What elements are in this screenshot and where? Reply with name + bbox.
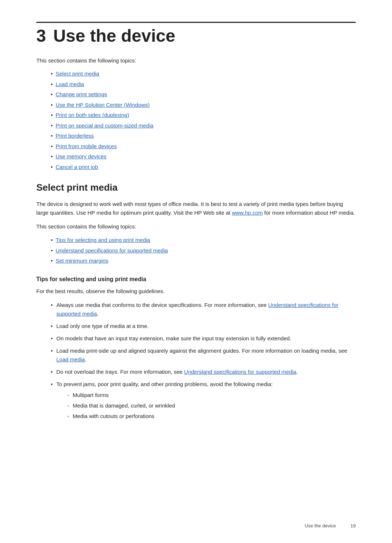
toc-item: Print from mobile devices [51, 142, 356, 151]
toc-item: Tips for selecting and using print media [51, 236, 356, 244]
sub-bullet-list: Multipart forms Media that is damaged, c… [67, 391, 273, 421]
tips-heading: Tips for selecting and using print media [36, 276, 356, 283]
understand-specs-link-2[interactable]: Understand specifications for supported … [184, 369, 296, 375]
toc-link-mobile-devices[interactable]: Print from mobile devices [56, 142, 117, 151]
toc-link-cancel-print-job[interactable]: Cancel a print job [56, 163, 98, 171]
toc-link-set-margins[interactable]: Set minimum margins [56, 257, 108, 265]
toc-link-hp-solution-center[interactable]: Use the HP Solution Center (Windows) [56, 101, 150, 109]
toc-item: Load media [51, 80, 356, 89]
toc-link-duplexing[interactable]: Print on both sides (duplexing) [56, 111, 129, 119]
list-item: To prevent jams, poor print quality, and… [51, 380, 356, 422]
toc-item: Understand specifications for supported … [51, 247, 356, 255]
list-item-text: Load media print-side up and aligned squ… [56, 347, 356, 364]
chapter-title-text: Use the device [53, 26, 175, 45]
toc-item: Use the HP Solution Center (Windows) [51, 101, 356, 109]
chapter-number: 3 [36, 26, 46, 45]
toc-item: Use memory devices [51, 153, 356, 161]
list-item: On models that have an input tray extens… [51, 334, 356, 343]
toc-item: Cancel a print job [51, 163, 356, 171]
chapter-toc-list: Select print media Load media Change pri… [51, 70, 356, 171]
chapter-title: 3Use the device [36, 27, 356, 46]
list-item-text: Do not overload the trays. For more info… [56, 368, 298, 376]
list-item-text: On models that have an input tray extens… [56, 334, 291, 343]
toc-link-special-media[interactable]: Print on special and custom-sized media [56, 122, 153, 130]
select-print-media-body2: This section contains the following topi… [36, 222, 356, 231]
list-item: Load media print-side up and aligned squ… [51, 347, 356, 364]
page-footer: Use the device 19 [305, 523, 356, 528]
understand-specs-link-1[interactable]: Understand specifications for supported … [56, 302, 338, 317]
sub-list-item-text: Media that is damaged, curled, or wrinkl… [73, 401, 175, 410]
chapter-intro: This section contains the following topi… [36, 57, 356, 65]
toc-item: Print on both sides (duplexing) [51, 111, 356, 119]
list-item: Do not overload the trays. For more info… [51, 368, 356, 376]
chapter-header: 3Use the device [36, 22, 356, 46]
toc-item: Print on special and custom-sized media [51, 122, 356, 130]
sub-list-item-text: Media with cutouts or perforations [73, 412, 154, 421]
toc-item: Set minimum margins [51, 257, 356, 265]
toc-link-understand-specs[interactable]: Understand specifications for supported … [56, 247, 168, 255]
list-item-text: Always use media that conforms to the de… [56, 301, 356, 318]
toc-link-change-print-settings[interactable]: Change print settings [56, 90, 107, 99]
toc-link-load-media[interactable]: Load media [56, 80, 84, 89]
toc-item: Change print settings [51, 90, 356, 99]
toc-link-memory-devices[interactable]: Use memory devices [56, 153, 106, 161]
select-print-media-heading: Select print media [36, 182, 356, 193]
tips-bullet-list: Always use media that conforms to the de… [51, 301, 356, 422]
hp-website-link[interactable]: www.hp.com [232, 210, 263, 216]
toc-link-print-borderless[interactable]: Print borderless [56, 132, 94, 140]
list-item-text: Load only one type of media at a time. [56, 322, 148, 331]
toc-link-select-print-media[interactable]: Select print media [56, 70, 99, 78]
list-item-text: To prevent jams, poor print quality, and… [56, 380, 273, 422]
footer-page: 19 [351, 523, 356, 528]
sub-list-item: Media that is damaged, curled, or wrinkl… [67, 401, 273, 410]
list-item: Always use media that conforms to the de… [51, 301, 356, 318]
toc-item: Select print media [51, 70, 356, 78]
tips-intro: For the best results, observe the follow… [36, 287, 356, 296]
sub-list-item: Media with cutouts or perforations [67, 412, 273, 421]
toc-link-tips-selecting[interactable]: Tips for selecting and using print media [56, 236, 150, 244]
page-container: 3Use the device This section contains th… [0, 0, 392, 457]
load-media-link[interactable]: Load media [56, 356, 85, 362]
sub-list-item: Multipart forms [67, 391, 273, 400]
select-print-media-body1: The device is designed to work well with… [36, 200, 356, 217]
sub-list-item-text: Multipart forms [73, 391, 109, 400]
select-print-media-toc: Tips for selecting and using print media… [51, 236, 356, 265]
toc-item: Print borderless [51, 132, 356, 140]
footer-text: Use the device [305, 523, 336, 528]
list-item: Load only one type of media at a time. [51, 322, 356, 331]
